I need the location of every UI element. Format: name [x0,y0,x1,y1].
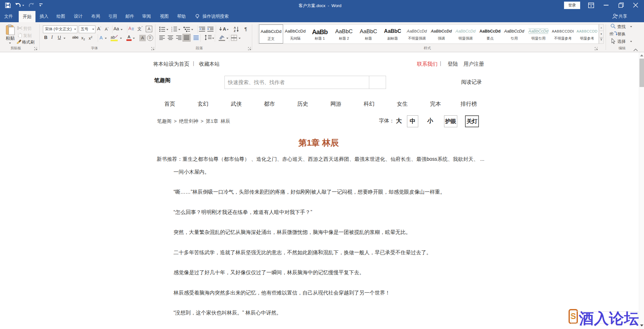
svg-text:3: 3 [171,30,173,32]
svg-text:A: A [234,26,236,29]
svg-text:Z: Z [234,29,236,32]
